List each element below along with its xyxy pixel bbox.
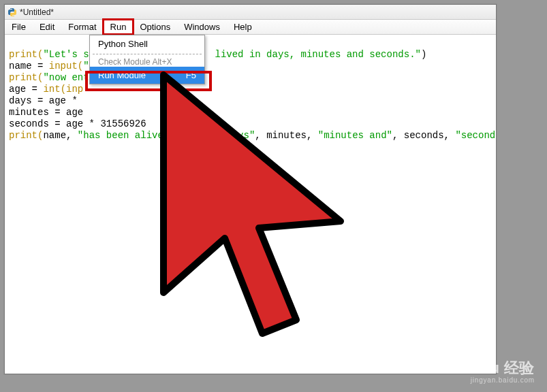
menu-edit[interactable]: Edit xyxy=(33,20,61,34)
menu-item-run-module[interactable]: Run Module F5 xyxy=(90,67,204,84)
code-token: , minutes, xyxy=(255,130,317,141)
python-icon xyxy=(7,7,17,17)
menu-item-label: Run Module xyxy=(98,70,146,80)
code-token: "has been alive for xyxy=(78,130,187,141)
watermark: Baidu 经验 jingyan.baidu.com xyxy=(456,361,535,384)
menu-item-check-module[interactable]: Check Module Alt+X xyxy=(90,56,204,67)
menu-item-accel: F5 xyxy=(186,70,196,80)
code-token: "now ent xyxy=(43,72,89,83)
code-token: age = xyxy=(9,84,43,95)
code-token: input( xyxy=(49,61,83,71)
code-token: seconds = age * 31556926 xyxy=(9,118,146,129)
menu-run[interactable]: Run xyxy=(104,20,134,34)
app-window: *Untitled* File Edit Format Run Options … xyxy=(4,4,497,374)
code-token: print( xyxy=(9,72,43,83)
menu-format[interactable]: Format xyxy=(61,20,103,34)
menu-separator xyxy=(93,54,202,54)
code-token: , xyxy=(186,130,220,141)
code-token: lived in days, minutes and seconds." xyxy=(209,49,421,60)
run-menu-dropdown: Python Shell Check Module Alt+X Run Modu… xyxy=(89,35,205,84)
code-token: name, xyxy=(43,130,77,141)
code-token: print( xyxy=(9,130,43,141)
window-title: *Untitled* xyxy=(20,7,54,17)
code-token: "days" xyxy=(221,130,255,141)
title-bar: *Untitled* xyxy=(5,5,496,20)
code-token: , seconds, xyxy=(392,130,455,141)
code-token: "minutes and" xyxy=(318,130,392,141)
code-token: int(inp xyxy=(43,84,83,95)
code-editor[interactable]: print("Let's s lived in days, minutes an… xyxy=(5,35,496,374)
code-token: minutes = age xyxy=(9,107,83,118)
watermark-main: Baidu 经验 xyxy=(456,359,535,376)
code-token: "Let's s xyxy=(43,49,89,60)
menu-help[interactable]: Help xyxy=(227,20,259,34)
menu-file[interactable]: File xyxy=(5,20,33,34)
menu-item-label: Python Shell xyxy=(98,39,148,49)
code-token: " xyxy=(83,61,89,71)
code-token: ) xyxy=(421,49,426,60)
menu-bar: File Edit Format Run Options Windows Hel… xyxy=(5,20,496,35)
code-token: name = xyxy=(9,61,49,71)
menu-item-python-shell[interactable]: Python Shell xyxy=(90,35,204,52)
code-token: print( xyxy=(9,49,43,60)
watermark-sub: jingyan.baidu.com xyxy=(456,377,535,384)
menu-windows[interactable]: Windows xyxy=(177,20,227,34)
code-token: "seconds! Wow!" xyxy=(455,130,496,141)
menu-options[interactable]: Options xyxy=(133,20,177,34)
code-token: days = age * xyxy=(9,95,83,106)
